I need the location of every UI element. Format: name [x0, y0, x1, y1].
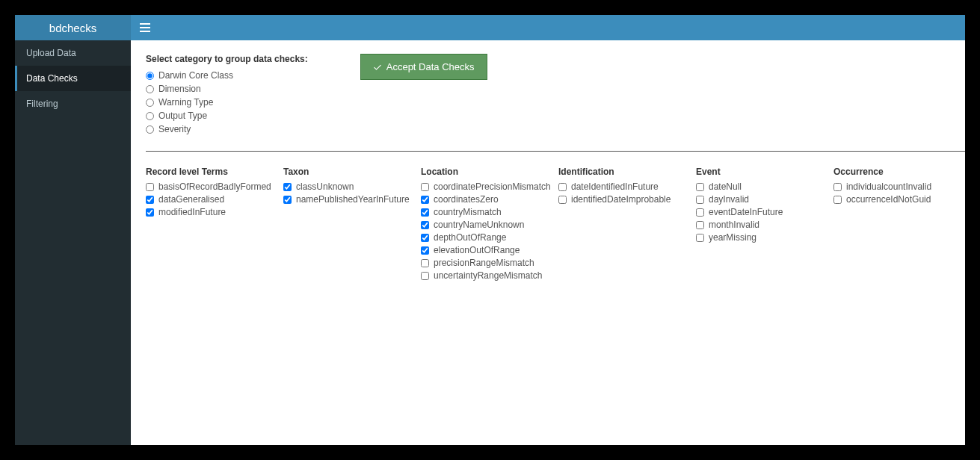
check-checkbox[interactable]	[283, 196, 292, 204]
check-checkbox[interactable]	[696, 196, 704, 204]
check-item[interactable]: precisionRangeMismatch	[421, 258, 558, 268]
check-group: OccurrenceindividualcountInvalidoccurren…	[833, 167, 965, 283]
sidebar-item-upload-data[interactable]: Upload Data	[15, 40, 131, 66]
check-checkbox[interactable]	[421, 246, 429, 255]
check-checkbox[interactable]	[146, 183, 154, 191]
check-checkbox[interactable]	[696, 183, 704, 191]
category-radio[interactable]	[146, 72, 154, 80]
accept-button-label: Accept Data Checks	[386, 61, 475, 72]
category-selector: Select category to group data checks: Da…	[146, 54, 308, 137]
check-label: individualcountInvalid	[846, 181, 931, 192]
category-label: Dimension	[158, 84, 201, 94]
check-checkbox[interactable]	[558, 183, 567, 191]
group-title: Identification	[558, 167, 696, 177]
sidebar-item-data-checks[interactable]: Data Checks	[15, 66, 131, 91]
check-label: countryMismatch	[434, 207, 502, 217]
check-label: monthInvalid	[709, 220, 759, 230]
check-checkbox[interactable]	[421, 221, 429, 229]
check-label: countryNameUnknown	[434, 220, 524, 230]
check-item[interactable]: modifiedInFuture	[146, 207, 283, 217]
check-label: modifiedInFuture	[158, 207, 226, 217]
check-checkbox[interactable]	[283, 183, 292, 191]
group-title: Taxon	[283, 167, 421, 177]
check-label: eventDateInFuture	[709, 207, 783, 217]
category-option[interactable]: Output Type	[146, 111, 308, 121]
group-title: Location	[421, 167, 558, 177]
check-checkbox[interactable]	[558, 196, 567, 204]
check-item[interactable]: uncertaintyRangeMismatch	[421, 270, 558, 281]
check-item[interactable]: dateIdentifiedInFuture	[558, 181, 696, 192]
check-checkbox[interactable]	[421, 183, 429, 191]
category-option[interactable]: Warning Type	[146, 97, 308, 108]
category-label: Severity	[158, 124, 191, 134]
sidebar-item-filtering[interactable]: Filtering	[15, 91, 131, 116]
check-item[interactable]: countryMismatch	[421, 207, 558, 217]
check-item[interactable]: dayInvalid	[696, 194, 833, 205]
check-label: dateNull	[709, 181, 742, 192]
check-group: LocationcoordinatePrecisionMismatchcoord…	[421, 167, 558, 283]
check-item[interactable]: coordinatePrecisionMismatch	[421, 181, 558, 192]
check-checkbox[interactable]	[146, 196, 154, 204]
check-checkbox[interactable]	[421, 259, 429, 267]
check-label: dataGeneralised	[158, 194, 224, 205]
check-checkbox[interactable]	[421, 196, 429, 204]
check-label: yearMissing	[709, 232, 756, 243]
group-title: Record level Terms	[146, 167, 283, 177]
check-checkbox[interactable]	[146, 208, 154, 217]
accept-data-checks-button[interactable]: Accept Data Checks	[360, 54, 487, 80]
check-item[interactable]: coordinatesZero	[421, 194, 558, 205]
check-label: identifiedDateImprobable	[571, 194, 671, 205]
check-item[interactable]: yearMissing	[696, 232, 833, 243]
check-item[interactable]: occurrenceIdNotGuid	[833, 194, 965, 205]
category-label: Warning Type	[158, 97, 213, 108]
check-item[interactable]: basisOfRecordBadlyFormed	[146, 181, 283, 192]
check-label: uncertaintyRangeMismatch	[434, 270, 542, 281]
category-radio[interactable]	[146, 112, 154, 120]
check-checkbox[interactable]	[696, 221, 704, 229]
check-group: IdentificationdateIdentifiedInFutureiden…	[558, 167, 696, 283]
check-label: dateIdentifiedInFuture	[571, 181, 659, 192]
group-title: Occurrence	[833, 167, 965, 177]
check-item[interactable]: monthInvalid	[696, 220, 833, 230]
check-checkbox[interactable]	[833, 183, 842, 191]
menu-toggle-icon[interactable]	[140, 23, 153, 32]
check-item[interactable]: elevationOutOfRange	[421, 245, 558, 255]
check-label: depthOutOfRange	[434, 232, 506, 243]
category-radio[interactable]	[146, 125, 154, 134]
check-checkbox[interactable]	[421, 272, 429, 280]
category-option[interactable]: Darwin Core Class	[146, 70, 308, 81]
check-item[interactable]: dateNull	[696, 181, 833, 192]
check-group: TaxonclassUnknownnamePublishedYearInFutu…	[283, 167, 421, 283]
content: Select category to group data checks: Da…	[131, 40, 965, 445]
check-label: precisionRangeMismatch	[434, 258, 534, 268]
check-label: coordinatesZero	[434, 194, 499, 205]
check-label: dayInvalid	[709, 194, 749, 205]
category-radio[interactable]	[146, 85, 154, 93]
check-item[interactable]: dataGeneralised	[146, 194, 283, 205]
check-item[interactable]: countryNameUnknown	[421, 220, 558, 230]
category-label: Darwin Core Class	[158, 70, 233, 81]
check-checkbox[interactable]	[421, 234, 429, 242]
category-radio[interactable]	[146, 99, 154, 107]
main-area: Select category to group data checks: Da…	[131, 15, 965, 445]
check-checkbox[interactable]	[833, 196, 842, 204]
category-option[interactable]: Severity	[146, 124, 308, 134]
check-item[interactable]: eventDateInFuture	[696, 207, 833, 217]
check-label: classUnknown	[296, 181, 354, 192]
check-checkbox[interactable]	[696, 208, 704, 217]
check-item[interactable]: namePublishedYearInFuture	[283, 194, 421, 205]
check-label: elevationOutOfRange	[434, 245, 520, 255]
group-title: Event	[696, 167, 833, 177]
controls-row: Select category to group data checks: Da…	[146, 54, 965, 152]
check-checkbox[interactable]	[421, 208, 429, 217]
check-checkbox[interactable]	[696, 234, 704, 242]
check-label: namePublishedYearInFuture	[296, 194, 410, 205]
check-item[interactable]: depthOutOfRange	[421, 232, 558, 243]
check-icon	[373, 63, 382, 72]
check-item[interactable]: classUnknown	[283, 181, 421, 192]
sidebar: bdchecks Upload DataData ChecksFiltering	[15, 15, 131, 445]
category-option[interactable]: Dimension	[146, 84, 308, 94]
check-item[interactable]: individualcountInvalid	[833, 181, 965, 192]
check-group: Record level TermsbasisOfRecordBadlyForm…	[146, 167, 283, 283]
check-item[interactable]: identifiedDateImprobable	[558, 194, 696, 205]
